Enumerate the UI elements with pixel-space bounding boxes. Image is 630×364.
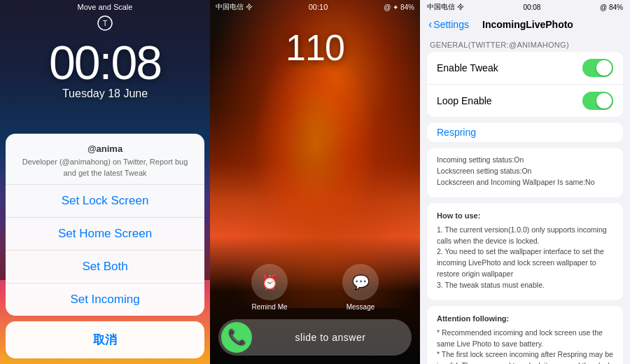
- enable-tweak-label: Enable Tweak: [437, 62, 498, 74]
- attention-title: Attention following:: [437, 313, 613, 325]
- svg-text:T: T: [103, 19, 108, 27]
- loop-enable-toggle[interactable]: [582, 92, 613, 110]
- panel2-carrier: 中国电信 令: [216, 2, 253, 12]
- panel1-header-label: Move and Scale: [78, 3, 133, 11]
- slide-to-answer[interactable]: 📞 slide to answer: [218, 319, 412, 356]
- panel3-status-bar: 中国电信 令 00:08 @ 84%: [420, 0, 630, 14]
- message-icon: 💬: [342, 264, 379, 300]
- panel3-settings: 中国电信 令 00:08 @ 84% ‹ Settings IncomingLi…: [420, 0, 630, 364]
- panel2-action-bubbles: ⏰ Remind Me 💬 Message: [210, 264, 420, 319]
- attention-text: * Recommended incoming and lock screen u…: [437, 328, 613, 364]
- panel3-nav: ‹ Settings IncomingLivePhoto: [420, 14, 630, 36]
- action-sheet-title: @anima: [17, 144, 193, 154]
- panel2-incoming-call: 中国电信 令 00:10 @ ✦ 84% 110 ⏰ Remind Me 💬 M…: [210, 0, 420, 364]
- panel2-status-icons: @ ✦ 84%: [384, 4, 414, 11]
- back-chevron-icon: ‹: [428, 18, 432, 31]
- action-sheet-subtitle: Developer (@animahong) on Twitter, Repor…: [17, 157, 193, 178]
- set-both-button[interactable]: Set Both: [6, 251, 204, 284]
- panel1-status-bar: Move and Scale: [0, 0, 210, 14]
- panel2-status-time: 00:10: [309, 3, 328, 11]
- panel3-carrier: 中国电信 令: [427, 2, 464, 12]
- panel3-status-icons: @ 84%: [600, 4, 623, 11]
- back-button[interactable]: ‹ Settings: [428, 18, 469, 31]
- enable-tweak-toggle[interactable]: [582, 59, 613, 77]
- set-home-screen-button[interactable]: Set Home Screen: [6, 218, 204, 251]
- general-section-header: GENERAL(TWITTER:@ANIMAHONG): [420, 36, 630, 52]
- set-lock-screen-button[interactable]: Set Lock Screen: [6, 185, 204, 218]
- message-bubble[interactable]: 💬 Message: [342, 264, 379, 311]
- action-sheet-cancel-card: 取消: [6, 321, 204, 358]
- remind-me-bubble[interactable]: ⏰ Remind Me: [251, 264, 288, 311]
- attention-card: Attention following: * Recommended incom…: [427, 306, 623, 364]
- panel2-status-bar: 中国电信 令 00:10 @ ✦ 84%: [210, 0, 420, 14]
- how-to-use-text: 1. The current version(1.0.0) only suppo…: [437, 225, 613, 291]
- panel2-status-right: @ ✦ 84%: [384, 4, 414, 11]
- panel2-call-number: 110: [286, 27, 344, 69]
- loop-enable-knob: [596, 93, 612, 108]
- message-label: Message: [346, 303, 375, 311]
- panel1-lockscreen: Move and Scale T 00:08 Tuesday 18 June @…: [0, 0, 210, 364]
- cancel-button[interactable]: 取消: [6, 321, 204, 358]
- status-text: Incoming setting status:On Lockscreen se…: [437, 155, 613, 188]
- loop-enable-label: Loop Enable: [437, 95, 492, 106]
- action-sheet-header: @anima Developer (@animahong) on Twitter…: [6, 134, 204, 185]
- respring-button[interactable]: Respring: [427, 122, 623, 142]
- enable-tweak-row: Enable Tweak: [427, 52, 623, 85]
- set-incoming-button[interactable]: Set Incoming: [6, 284, 204, 316]
- panel2-bottom-controls: ⏰ Remind Me 💬 Message 📞 slide to answer: [210, 264, 420, 364]
- action-sheet: @anima Developer (@animahong) on Twitter…: [6, 134, 204, 364]
- remind-me-label: Remind Me: [251, 303, 287, 311]
- panel1-lock-icon: T: [97, 15, 113, 31]
- status-info-card: Incoming setting status:On Lockscreen se…: [427, 148, 623, 197]
- answer-handle: 📞: [221, 322, 252, 353]
- how-to-use-title: How to use:: [437, 210, 613, 222]
- back-label: Settings: [433, 19, 469, 30]
- panel1-date: Tuesday 18 June: [62, 88, 148, 100]
- slide-text: slide to answer: [252, 332, 409, 343]
- settings-card: Enable Tweak Loop Enable: [427, 52, 623, 117]
- panel2-status-left: 中国电信 令: [216, 2, 253, 12]
- panel3-time: 00:08: [523, 4, 540, 11]
- panel1-time: 00:08: [49, 35, 161, 90]
- enable-tweak-knob: [596, 60, 612, 76]
- action-sheet-card: @anima Developer (@animahong) on Twitter…: [6, 134, 204, 316]
- how-to-use-card: How to use: 1. The current version(1.0.0…: [427, 203, 623, 300]
- loop-enable-row: Loop Enable: [427, 85, 623, 117]
- nav-title: IncomingLivePhoto: [469, 19, 587, 30]
- remind-me-icon: ⏰: [251, 264, 288, 300]
